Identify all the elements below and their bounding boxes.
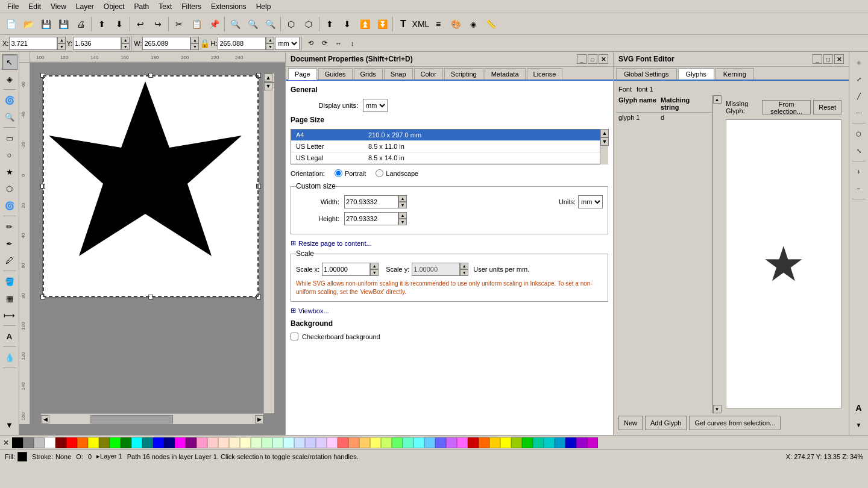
sfe-tab-kerning[interactable]: Kerning [715, 68, 754, 80]
handle-br[interactable] [256, 295, 261, 299]
group-button[interactable]: ⬡ [283, 16, 300, 33]
y-input[interactable]: 1.636 [73, 37, 121, 50]
lock-icon[interactable]: 🔒 [200, 39, 210, 48]
select-tool[interactable]: ↖ [2, 54, 17, 70]
y-spinbox[interactable]: 1.636 ▲ ▼ [73, 37, 130, 50]
palette-swatch[interactable] [370, 437, 381, 448]
hscroll-track[interactable] [49, 415, 255, 424]
rt-btn1[interactable]: ◈ [851, 54, 867, 70]
palette-swatch[interactable] [435, 437, 446, 448]
page-size-scrollbar[interactable]: ▲ ▼ [600, 129, 608, 164]
fill-color-box[interactable] [17, 452, 27, 461]
calligraphy-tool[interactable]: 🖊 [2, 252, 17, 268]
palette-swatch[interactable] [305, 437, 316, 448]
palette-swatch[interactable] [229, 437, 240, 448]
zoom-fit-button[interactable]: 🔍 [262, 16, 278, 33]
height-up[interactable]: ▲ [398, 212, 407, 219]
rt-btn7[interactable]: + [851, 164, 867, 180]
zoom-select-button[interactable]: 🔍 [227, 16, 244, 33]
menu-extensions[interactable]: Extensions [206, 1, 251, 12]
palette-swatch[interactable] [240, 437, 251, 448]
lt-expand-down[interactable]: ▼ [2, 417, 17, 433]
palette-swatch[interactable] [392, 437, 403, 448]
palette-swatch[interactable] [110, 437, 121, 448]
palette-swatch[interactable] [77, 437, 88, 448]
ps-scroll-up[interactable]: ▲ [600, 129, 609, 137]
tab-snap[interactable]: Snap [384, 68, 413, 80]
tab-page[interactable]: Page [288, 68, 317, 80]
zoom-tool[interactable]: 🔍 [2, 109, 17, 125]
h-input[interactable]: 265.088 [218, 37, 266, 50]
palette-swatch[interactable] [446, 437, 457, 448]
tweak-tool[interactable]: 🌀 [2, 92, 17, 108]
lower-button[interactable]: ⬇ [339, 16, 356, 33]
rt-text-btn[interactable]: A [851, 400, 867, 416]
resize-expand-row[interactable]: ⊞ Resize page to content... [291, 239, 608, 247]
tab-license[interactable]: License [527, 68, 563, 80]
fill-button[interactable]: 🎨 [447, 16, 464, 33]
ellipse-tool[interactable]: ○ [2, 147, 17, 163]
rt-expand-btn[interactable]: ▼ [851, 417, 867, 433]
cut-button[interactable]: ✂ [171, 16, 187, 33]
palette-swatch[interactable] [88, 437, 99, 448]
palette-swatch[interactable] [66, 437, 77, 448]
palette-swatch[interactable] [55, 437, 66, 448]
scale-x-input[interactable]: 1.00000 [322, 263, 370, 276]
palette-swatch[interactable] [207, 437, 218, 448]
tab-guides[interactable]: Guides [318, 68, 353, 80]
palette-swatch[interactable] [500, 437, 511, 448]
handle-tr[interactable] [256, 73, 261, 78]
save-as-button[interactable]: 💾 [55, 16, 72, 33]
menu-object[interactable]: Object [99, 1, 130, 12]
landscape-radio[interactable] [376, 169, 383, 177]
scale-x-up[interactable]: ▲ [370, 263, 379, 269]
y-up[interactable]: ▲ [121, 37, 130, 43]
scale-y-down[interactable]: ▼ [460, 269, 468, 276]
sfe-list-scrollbar[interactable]: ▲ ▼ [712, 95, 721, 413]
width-up[interactable]: ▲ [398, 195, 407, 202]
handle-mr[interactable] [256, 184, 261, 189]
xml-editor-button[interactable]: XML [412, 16, 429, 33]
palette-swatch[interactable] [544, 437, 555, 448]
import-button[interactable]: ⬆ [93, 16, 110, 33]
canvas-area[interactable]: 100 120 140 160 180 200 220 240 -60 -40 … [19, 52, 285, 435]
x-spinbox[interactable]: 3.721 ▲ ▼ [9, 37, 66, 50]
menu-layer[interactable]: Layer [71, 1, 99, 12]
save-button[interactable]: 💾 [37, 16, 54, 33]
palette-swatch[interactable] [262, 437, 272, 448]
rt-btn5[interactable]: ⬡ [851, 126, 867, 142]
palette-swatch[interactable] [522, 437, 533, 448]
raise-top-button[interactable]: ⏫ [356, 16, 373, 33]
palette-swatch[interactable] [457, 437, 468, 448]
page-size-legal[interactable]: US Legal 8.5 x 14.0 in [291, 152, 608, 164]
transform-btn4[interactable]: ↕ [345, 37, 359, 50]
palette-swatch[interactable] [511, 437, 522, 448]
new-button[interactable]: New [618, 416, 643, 430]
checkerboard-checkbox[interactable] [291, 333, 298, 340]
pen-tool[interactable]: ✒ [2, 236, 17, 251]
spiral-tool[interactable]: 🌀 [2, 198, 17, 213]
page-size-list[interactable]: A4 210.0 x 297.0 mm US Letter 8.5 x 11.0… [291, 129, 608, 164]
scale-x-spinbox[interactable]: 1.00000 ▲ ▼ [322, 263, 379, 276]
tab-metadata[interactable]: Metadata [485, 68, 526, 80]
menu-file[interactable]: File [2, 1, 24, 12]
scale-x-down[interactable]: ▼ [370, 269, 379, 276]
palette-swatch[interactable] [153, 437, 164, 448]
sfe-tab-glyphs[interactable]: Glyphs [678, 68, 714, 80]
palette-swatch[interactable] [251, 437, 262, 448]
tab-color[interactable]: Color [414, 68, 443, 80]
palette-swatch[interactable] [164, 437, 175, 448]
canvas-vscroll[interactable]: ▲ ▼ [263, 74, 274, 413]
undo-button[interactable]: ↩ [132, 16, 149, 33]
palette-swatch[interactable] [359, 437, 370, 448]
text-tool-left[interactable]: A [2, 328, 17, 344]
ps-scroll-down[interactable]: ▼ [600, 137, 609, 146]
handle-tl[interactable] [40, 73, 45, 78]
gradient-tool[interactable]: ▦ [2, 290, 17, 306]
export-button[interactable]: ⬇ [111, 16, 128, 33]
add-glyph-btn[interactable]: Add Glyph [645, 416, 687, 430]
palette-swatch[interactable] [23, 437, 34, 448]
sfe-minimize[interactable]: _ [813, 54, 822, 64]
w-input[interactable]: 265.089 [142, 37, 190, 50]
palette-swatch[interactable] [283, 437, 294, 448]
